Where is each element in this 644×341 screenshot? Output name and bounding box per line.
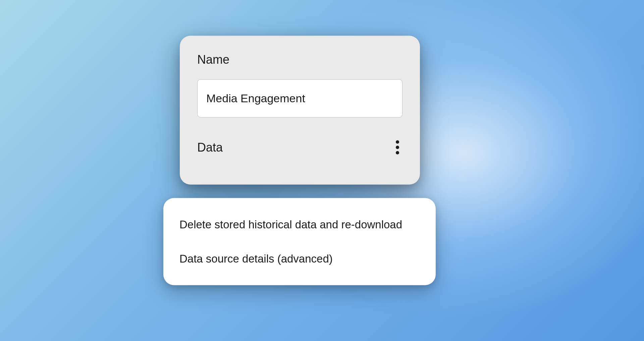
data-section-header: Data <box>197 137 402 158</box>
kebab-dot <box>396 146 399 149</box>
viewport: Name Data Delete stored historical data … <box>0 0 644 341</box>
menu-item-delete-redownload[interactable]: Delete stored historical data and re-dow… <box>163 207 436 241</box>
kebab-menu-icon[interactable] <box>392 137 402 158</box>
menu-item-data-source-details[interactable]: Data source details (advanced) <box>163 241 436 276</box>
name-label: Name <box>197 52 402 66</box>
data-context-menu: Delete stored historical data and re-dow… <box>163 198 436 285</box>
kebab-dot <box>396 140 399 144</box>
name-input[interactable] <box>197 79 402 117</box>
kebab-dot <box>396 151 399 154</box>
data-label: Data <box>197 140 223 154</box>
settings-card: Name Data <box>180 36 420 184</box>
